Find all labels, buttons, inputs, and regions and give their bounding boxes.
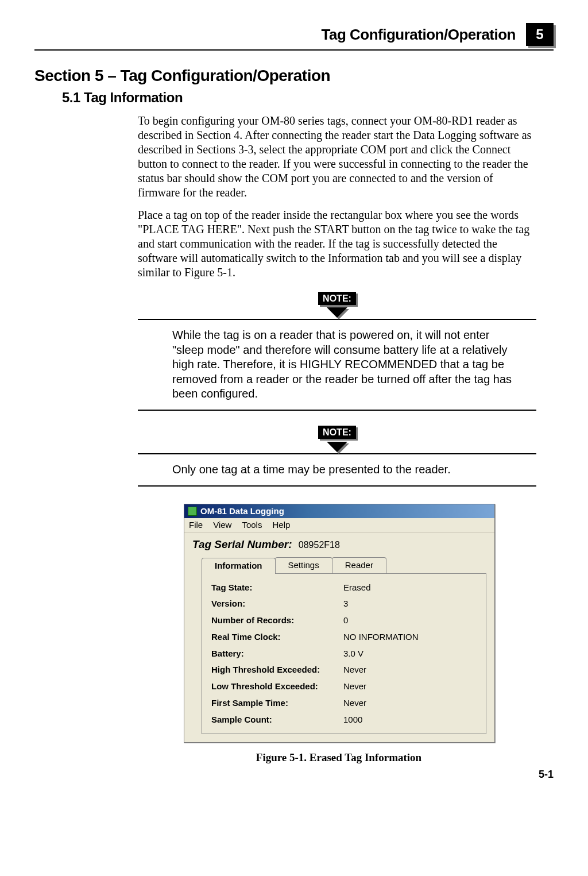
note-label: NOTE:: [318, 292, 356, 305]
menu-file[interactable]: File: [189, 520, 203, 531]
info-value: Erased: [343, 582, 477, 593]
info-value: 1000: [343, 715, 477, 726]
serial-value: 08952F18: [299, 540, 340, 550]
info-value: 0: [343, 615, 477, 626]
divider: [138, 410, 536, 411]
info-label: Version:: [211, 599, 343, 609]
menubar: File View Tools Help: [184, 518, 494, 533]
tab-panel-information: Tag State:Erased Version:3 Number of Rec…: [202, 573, 486, 735]
info-label: Sample Count:: [211, 715, 343, 726]
table-row: Sample Count:1000: [211, 712, 477, 728]
serial-row: Tag Serial Number: 08952F18: [184, 533, 494, 554]
divider: [138, 485, 536, 487]
info-label: First Sample Time:: [211, 698, 343, 709]
table-row: Tag State:Erased: [211, 580, 477, 596]
info-label: Tag State:: [211, 582, 343, 593]
note-block: NOTE: While the tag is on a reader that …: [138, 288, 536, 411]
figure-caption: Figure 5-1. Erased Tag Information: [184, 751, 494, 765]
paragraph: To begin configuring your OM-80 series t…: [138, 114, 536, 200]
subsection-title: 5.1 Tag Information: [62, 90, 554, 106]
serial-label: Tag Serial Number:: [192, 538, 292, 550]
info-value: NO INFORMATION: [343, 632, 477, 643]
chapter-tab: 5: [526, 23, 554, 46]
note-pointer-icon: [327, 307, 347, 318]
menu-tools[interactable]: Tools: [242, 520, 262, 531]
app-window: OM-81 Data Logging File View Tools Help …: [184, 504, 495, 743]
info-label: Battery:: [211, 649, 343, 659]
note-block: NOTE: Only one tag at a time may be pres…: [138, 422, 536, 487]
section-title: Section 5 – Tag Configuration/Operation: [34, 67, 554, 85]
table-row: Real Time Clock:NO INFORMATION: [211, 629, 477, 646]
note-label: NOTE:: [318, 426, 356, 439]
tab-settings[interactable]: Settings: [275, 557, 332, 573]
table-row: Low Threshold Exceeded:Never: [211, 678, 477, 695]
info-value: Never: [343, 681, 477, 692]
page-number: 5-1: [539, 769, 554, 781]
tab-row: Information Settings Reader: [202, 557, 486, 573]
tab-reader[interactable]: Reader: [332, 557, 386, 573]
info-value: Never: [343, 698, 477, 709]
menu-view[interactable]: View: [213, 520, 231, 531]
app-icon: [188, 507, 197, 516]
table-row: Number of Records:0: [211, 612, 477, 629]
info-label: Number of Records:: [211, 615, 343, 626]
titlebar: OM-81 Data Logging: [184, 504, 494, 519]
note-pointer-icon: [327, 442, 347, 452]
menu-help[interactable]: Help: [272, 520, 290, 531]
info-value: 3.0 V: [343, 649, 477, 659]
paragraph: Place a tag on top of the reader inside …: [138, 208, 536, 280]
info-label: Low Threshold Exceeded:: [211, 681, 343, 692]
header-title: Tag Configuration/Operation: [322, 26, 516, 44]
table-row: High Threshold Exceeded:Never: [211, 662, 477, 678]
note-text: Only one tag at a time may be presented …: [138, 454, 536, 485]
body-text: To begin configuring your OM-80 series t…: [138, 114, 536, 765]
app-title: OM-81 Data Logging: [200, 506, 284, 517]
table-row: Battery:3.0 V: [211, 646, 477, 662]
info-value: Never: [343, 665, 477, 676]
info-value: 3: [343, 599, 477, 609]
table-row: Version:3: [211, 596, 477, 612]
tab-information[interactable]: Information: [202, 558, 276, 574]
page-header: Tag Configuration/Operation 5: [34, 23, 554, 51]
table-row: First Sample Time:Never: [211, 695, 477, 712]
info-label: Real Time Clock:: [211, 632, 343, 643]
info-label: High Threshold Exceeded:: [211, 665, 343, 676]
note-text: While the tag is on a reader that is pow…: [138, 320, 536, 410]
